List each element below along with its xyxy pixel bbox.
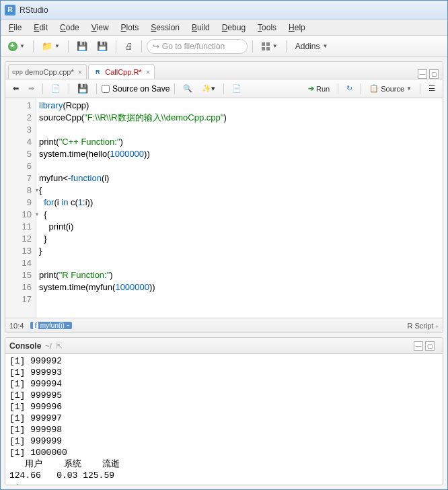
minimize-pane-icon[interactable]: — (418, 69, 427, 79)
code-content[interactable]: library(Rcpp)sourceCpp("F:\\R\\R数据的输入\\d… (36, 98, 443, 318)
show-document-button[interactable]: 📄 (48, 82, 64, 96)
addins-menu[interactable]: Addins ▼ (291, 42, 332, 51)
menubar: FileEditCodeViewPlotsSessionBuildDebugTo… (1, 20, 447, 36)
save-button[interactable]: 💾 (73, 39, 91, 54)
workspace-panes-button[interactable]: ▼ (258, 39, 281, 54)
cursor-position: 10:4 (9, 322, 24, 330)
console-tab[interactable]: Console (9, 341, 41, 351)
addins-label: Addins (295, 42, 320, 51)
editor-statusbar: 10:4 f myfun(i) ÷ R Script ÷ (5, 318, 443, 332)
report-button[interactable]: 📄 (229, 82, 245, 96)
source-on-save[interactable]: Source on Save (102, 84, 170, 94)
forward-button[interactable]: ➡ (25, 82, 38, 96)
back-button[interactable]: ⬅ (9, 82, 22, 96)
menu-file[interactable]: File (3, 22, 27, 34)
folder-icon: 📁 (42, 41, 52, 51)
wand-button[interactable]: ✨▾ (198, 82, 219, 96)
svg-rect-3 (266, 47, 270, 50)
main-toolbar: ▼ 📁▼ 💾 💾 🖨 ↪ Go to file/function ▼ Addin… (1, 36, 447, 57)
console-minimize-icon[interactable]: — (414, 341, 423, 351)
save-icon: 💾 (77, 41, 87, 51)
svg-rect-1 (266, 42, 270, 46)
editor-pane: cppdemoCpp.cpp*×RCallCpp.R*× — ▢ ⬅ ➡ 📄 💾… (5, 61, 443, 333)
menu-code[interactable]: Code (54, 22, 85, 34)
console-tabs: Console ~/ ⇱ — ▢ (5, 338, 443, 354)
grid-icon (261, 42, 270, 51)
menu-tools[interactable]: Tools (252, 22, 282, 34)
menu-edit[interactable]: Edit (28, 22, 53, 34)
menu-help[interactable]: Help (283, 22, 311, 34)
print-button[interactable]: 🖨 (121, 39, 137, 54)
goto-placeholder: Go to file/function (162, 42, 225, 51)
file-type-icon: R (93, 67, 102, 77)
menu-build[interactable]: Build (186, 22, 215, 34)
language-indicator[interactable]: R Script ÷ (407, 322, 439, 330)
rerun-button[interactable]: ↻ (343, 82, 356, 96)
new-file-button[interactable]: ▼ (5, 39, 28, 54)
code-editor[interactable]: 1234567891011121314151617 library(Rcpp)s… (5, 98, 443, 318)
console-maximize-icon[interactable]: ▢ (425, 341, 435, 351)
run-button[interactable]: ➔Run (305, 82, 333, 96)
save-doc-button[interactable]: 💾 (74, 82, 91, 96)
menu-plots[interactable]: Plots (116, 22, 145, 34)
print-icon: 🖨 (124, 41, 133, 51)
source-on-save-label: Source on Save (112, 84, 170, 94)
console-pane: Console ~/ ⇱ — ▢ [1] 999992 [1] 999993 [… (5, 337, 443, 485)
save-all-button[interactable]: 💾 (94, 39, 111, 54)
editor-tab[interactable]: RCallCpp.R*× (88, 64, 155, 79)
open-project-button[interactable]: 📁▼ (38, 39, 63, 54)
console-path: ~/ (45, 342, 51, 350)
rerun-icon: ↻ (346, 84, 352, 93)
line-gutter: 1234567891011121314151617 (5, 98, 36, 318)
titlebar: R RStudio (1, 1, 447, 20)
function-indicator[interactable]: f myfun(i) ÷ (30, 322, 72, 329)
window-title: RStudio (20, 5, 48, 15)
goto-file-function[interactable]: ↪ Go to file/function (147, 39, 248, 54)
menu-session[interactable]: Session (145, 22, 185, 34)
source-button[interactable]: 📋Source ▼ (366, 82, 415, 96)
svg-rect-2 (262, 47, 265, 50)
editor-tabs: cppdemoCpp.cpp*×RCallCpp.R*× — ▢ (5, 62, 443, 79)
app-icon: R (5, 5, 15, 15)
tab-label: demoCpp.cpp* (25, 68, 74, 76)
file-type-icon: cpp (13, 67, 22, 77)
console-popout-icon[interactable]: ⇱ (56, 341, 63, 351)
source-on-save-checkbox[interactable] (102, 85, 110, 93)
save-all-icon: 💾 (97, 41, 108, 51)
editor-tab[interactable]: cppdemoCpp.cpp*× (8, 64, 87, 79)
find-button[interactable]: 🔍 (180, 82, 196, 96)
editor-toolbar: ⬅ ➡ 📄 💾 Source on Save 🔍 ✨▾ 📄 ➔Run ↻ 📋So… (5, 79, 443, 98)
plus-icon (8, 42, 17, 51)
menu-view[interactable]: View (86, 22, 114, 34)
run-icon: ➔ (308, 84, 314, 93)
close-tab-icon[interactable]: × (146, 68, 150, 76)
tab-label: CallCpp.R* (105, 68, 141, 76)
svg-rect-0 (262, 42, 265, 46)
console-output[interactable]: [1] 999992 [1] 999993 [1] 999994 [1] 999… (5, 354, 443, 485)
close-tab-icon[interactable]: × (78, 68, 82, 76)
goto-icon: ↪ (153, 42, 159, 51)
outline-button[interactable]: ☰ (425, 82, 439, 96)
menu-debug[interactable]: Debug (217, 22, 251, 34)
maximize-pane-icon[interactable]: ▢ (429, 69, 439, 79)
